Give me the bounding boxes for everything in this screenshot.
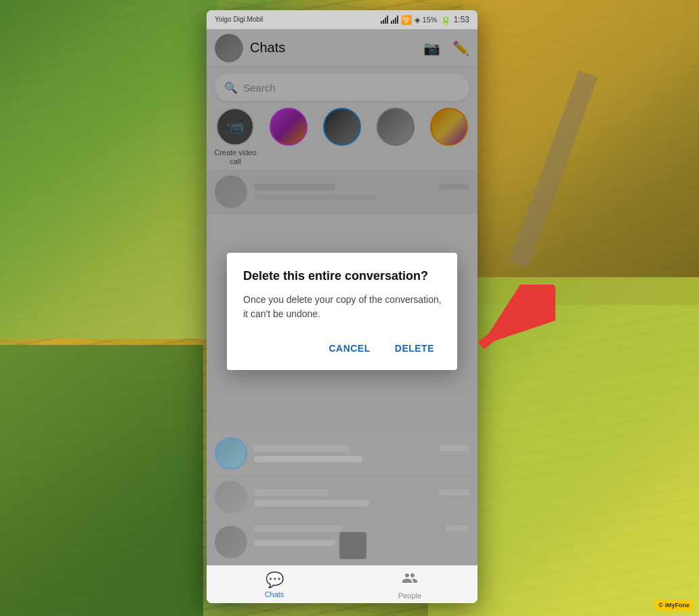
wifi-icon: 🛜 bbox=[401, 15, 412, 25]
watermark: © iMyFone bbox=[654, 600, 694, 611]
people-nav-icon bbox=[402, 570, 418, 590]
carrier-info: Yoigo Digi.Mobil bbox=[215, 16, 263, 24]
delete-dialog: Delete this entire conversation? Once yo… bbox=[227, 253, 457, 370]
bg-bl bbox=[0, 345, 203, 616]
phone-container: Yoigo Digi.Mobil 🛜 ◈ 15% 🔋 1:53 bbox=[207, 10, 478, 603]
dialog-body: Once you delete your copy of the convers… bbox=[243, 293, 444, 321]
chats-nav-label: Chats bbox=[265, 590, 284, 598]
dialog-actions: CANCEL DELETE bbox=[243, 337, 444, 359]
battery-percentage: 15% bbox=[423, 16, 438, 24]
clock: 1:53 bbox=[454, 15, 469, 24]
nav-chats[interactable]: 💬 Chats bbox=[207, 571, 342, 598]
signal-icon bbox=[381, 16, 388, 24]
nav-people[interactable]: People bbox=[342, 570, 478, 600]
chats-nav-icon: 💬 bbox=[266, 571, 284, 589]
signal-icon-2 bbox=[391, 16, 398, 24]
cancel-button[interactable]: CANCEL bbox=[319, 337, 379, 359]
bg-tr bbox=[462, 0, 699, 305]
bottom-nav: 💬 Chats People bbox=[207, 565, 478, 603]
data-icon: ◈ bbox=[415, 16, 420, 24]
dialog-title: Delete this entire conversation? bbox=[243, 269, 444, 283]
status-bar: Yoigo Digi.Mobil 🛜 ◈ 15% 🔋 1:53 bbox=[207, 10, 478, 29]
app-content: Chats 📷 ✏️ 🔍 Search 📹 Create videocall bbox=[207, 29, 478, 565]
bg-tl bbox=[0, 0, 217, 339]
delete-button[interactable]: DELETE bbox=[385, 337, 444, 359]
status-right: 🛜 ◈ 15% 🔋 1:53 bbox=[381, 15, 469, 25]
battery-icon: 🔋 bbox=[440, 15, 451, 25]
people-nav-label: People bbox=[398, 592, 421, 600]
